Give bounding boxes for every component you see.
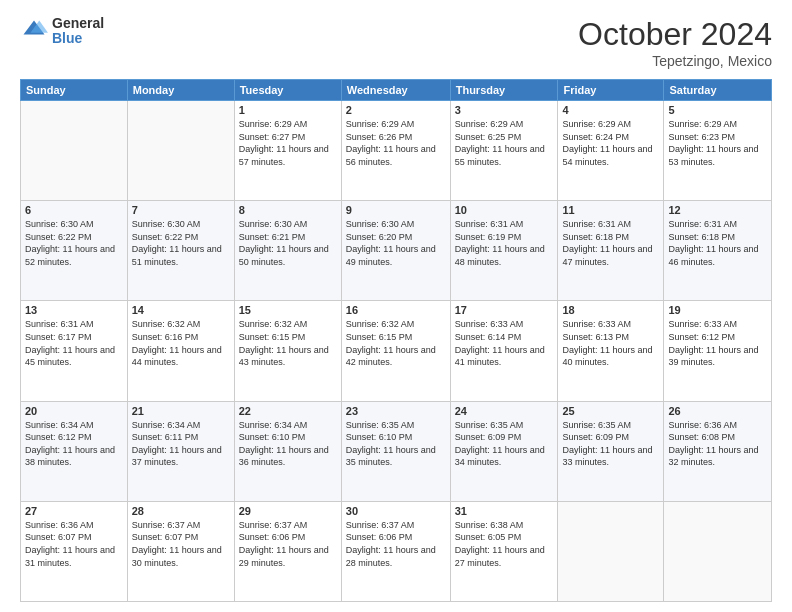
logo-general-text: General [52,16,104,31]
day-info: Sunrise: 6:35 AMSunset: 6:09 PMDaylight:… [562,419,659,469]
cell-1-4: 10Sunrise: 6:31 AMSunset: 6:19 PMDayligh… [450,201,558,301]
day-info: Sunrise: 6:32 AMSunset: 6:15 PMDaylight:… [239,318,337,368]
day-number: 9 [346,204,446,216]
day-info: Sunrise: 6:33 AMSunset: 6:13 PMDaylight:… [562,318,659,368]
day-number: 28 [132,505,230,517]
cell-0-1 [127,101,234,201]
day-info: Sunrise: 6:29 AMSunset: 6:24 PMDaylight:… [562,118,659,168]
header-row: Sunday Monday Tuesday Wednesday Thursday… [21,80,772,101]
day-number: 1 [239,104,337,116]
day-number: 3 [455,104,554,116]
cell-4-0: 27Sunrise: 6:36 AMSunset: 6:07 PMDayligh… [21,501,128,601]
day-number: 24 [455,405,554,417]
cell-0-3: 2Sunrise: 6:29 AMSunset: 6:26 PMDaylight… [341,101,450,201]
header-sunday: Sunday [21,80,128,101]
day-number: 13 [25,304,123,316]
day-info: Sunrise: 6:31 AMSunset: 6:19 PMDaylight:… [455,218,554,268]
cell-1-0: 6Sunrise: 6:30 AMSunset: 6:22 PMDaylight… [21,201,128,301]
week-row-3: 20Sunrise: 6:34 AMSunset: 6:12 PMDayligh… [21,401,772,501]
cell-3-6: 26Sunrise: 6:36 AMSunset: 6:08 PMDayligh… [664,401,772,501]
day-info: Sunrise: 6:30 AMSunset: 6:22 PMDaylight:… [25,218,123,268]
cell-0-0 [21,101,128,201]
cell-1-6: 12Sunrise: 6:31 AMSunset: 6:18 PMDayligh… [664,201,772,301]
cell-2-4: 17Sunrise: 6:33 AMSunset: 6:14 PMDayligh… [450,301,558,401]
day-number: 4 [562,104,659,116]
day-number: 18 [562,304,659,316]
title-block: October 2024 Tepetzingo, Mexico [578,16,772,69]
header-friday: Friday [558,80,664,101]
day-info: Sunrise: 6:31 AMSunset: 6:18 PMDaylight:… [562,218,659,268]
calendar-table: Sunday Monday Tuesday Wednesday Thursday… [20,79,772,602]
cell-1-5: 11Sunrise: 6:31 AMSunset: 6:18 PMDayligh… [558,201,664,301]
day-info: Sunrise: 6:31 AMSunset: 6:18 PMDaylight:… [668,218,767,268]
cell-2-5: 18Sunrise: 6:33 AMSunset: 6:13 PMDayligh… [558,301,664,401]
day-info: Sunrise: 6:29 AMSunset: 6:26 PMDaylight:… [346,118,446,168]
week-row-4: 27Sunrise: 6:36 AMSunset: 6:07 PMDayligh… [21,501,772,601]
day-number: 22 [239,405,337,417]
cell-4-6 [664,501,772,601]
cell-4-1: 28Sunrise: 6:37 AMSunset: 6:07 PMDayligh… [127,501,234,601]
week-row-0: 1Sunrise: 6:29 AMSunset: 6:27 PMDaylight… [21,101,772,201]
day-number: 23 [346,405,446,417]
day-info: Sunrise: 6:38 AMSunset: 6:05 PMDaylight:… [455,519,554,569]
cell-2-6: 19Sunrise: 6:33 AMSunset: 6:12 PMDayligh… [664,301,772,401]
day-number: 26 [668,405,767,417]
day-info: Sunrise: 6:34 AMSunset: 6:11 PMDaylight:… [132,419,230,469]
day-number: 5 [668,104,767,116]
day-number: 21 [132,405,230,417]
day-number: 30 [346,505,446,517]
month-title: October 2024 [578,16,772,53]
logo-text: General Blue [52,16,104,47]
header-tuesday: Tuesday [234,80,341,101]
day-info: Sunrise: 6:37 AMSunset: 6:06 PMDaylight:… [239,519,337,569]
cell-4-5 [558,501,664,601]
day-number: 27 [25,505,123,517]
header-thursday: Thursday [450,80,558,101]
day-info: Sunrise: 6:29 AMSunset: 6:27 PMDaylight:… [239,118,337,168]
cell-2-0: 13Sunrise: 6:31 AMSunset: 6:17 PMDayligh… [21,301,128,401]
day-info: Sunrise: 6:33 AMSunset: 6:14 PMDaylight:… [455,318,554,368]
day-info: Sunrise: 6:29 AMSunset: 6:25 PMDaylight:… [455,118,554,168]
day-number: 7 [132,204,230,216]
day-info: Sunrise: 6:30 AMSunset: 6:21 PMDaylight:… [239,218,337,268]
day-info: Sunrise: 6:34 AMSunset: 6:10 PMDaylight:… [239,419,337,469]
cell-1-3: 9Sunrise: 6:30 AMSunset: 6:20 PMDaylight… [341,201,450,301]
day-info: Sunrise: 6:35 AMSunset: 6:10 PMDaylight:… [346,419,446,469]
day-info: Sunrise: 6:36 AMSunset: 6:08 PMDaylight:… [668,419,767,469]
cell-0-5: 4Sunrise: 6:29 AMSunset: 6:24 PMDaylight… [558,101,664,201]
week-row-2: 13Sunrise: 6:31 AMSunset: 6:17 PMDayligh… [21,301,772,401]
cell-4-3: 30Sunrise: 6:37 AMSunset: 6:06 PMDayligh… [341,501,450,601]
logo: General Blue [20,16,104,47]
day-info: Sunrise: 6:30 AMSunset: 6:20 PMDaylight:… [346,218,446,268]
day-number: 29 [239,505,337,517]
cell-0-6: 5Sunrise: 6:29 AMSunset: 6:23 PMDaylight… [664,101,772,201]
cell-3-1: 21Sunrise: 6:34 AMSunset: 6:11 PMDayligh… [127,401,234,501]
day-number: 19 [668,304,767,316]
day-number: 25 [562,405,659,417]
day-info: Sunrise: 6:30 AMSunset: 6:22 PMDaylight:… [132,218,230,268]
day-number: 31 [455,505,554,517]
header: General Blue October 2024 Tepetzingo, Me… [20,16,772,69]
day-info: Sunrise: 6:36 AMSunset: 6:07 PMDaylight:… [25,519,123,569]
cell-1-1: 7Sunrise: 6:30 AMSunset: 6:22 PMDaylight… [127,201,234,301]
location-title: Tepetzingo, Mexico [578,53,772,69]
cell-0-2: 1Sunrise: 6:29 AMSunset: 6:27 PMDaylight… [234,101,341,201]
day-number: 15 [239,304,337,316]
calendar-page: General Blue October 2024 Tepetzingo, Me… [0,0,792,612]
cell-4-2: 29Sunrise: 6:37 AMSunset: 6:06 PMDayligh… [234,501,341,601]
header-monday: Monday [127,80,234,101]
day-number: 11 [562,204,659,216]
cell-2-2: 15Sunrise: 6:32 AMSunset: 6:15 PMDayligh… [234,301,341,401]
cell-3-0: 20Sunrise: 6:34 AMSunset: 6:12 PMDayligh… [21,401,128,501]
day-number: 6 [25,204,123,216]
cell-3-5: 25Sunrise: 6:35 AMSunset: 6:09 PMDayligh… [558,401,664,501]
day-info: Sunrise: 6:33 AMSunset: 6:12 PMDaylight:… [668,318,767,368]
cell-3-3: 23Sunrise: 6:35 AMSunset: 6:10 PMDayligh… [341,401,450,501]
day-info: Sunrise: 6:29 AMSunset: 6:23 PMDaylight:… [668,118,767,168]
day-number: 10 [455,204,554,216]
day-info: Sunrise: 6:31 AMSunset: 6:17 PMDaylight:… [25,318,123,368]
day-info: Sunrise: 6:35 AMSunset: 6:09 PMDaylight:… [455,419,554,469]
cell-0-4: 3Sunrise: 6:29 AMSunset: 6:25 PMDaylight… [450,101,558,201]
day-info: Sunrise: 6:34 AMSunset: 6:12 PMDaylight:… [25,419,123,469]
cell-4-4: 31Sunrise: 6:38 AMSunset: 6:05 PMDayligh… [450,501,558,601]
